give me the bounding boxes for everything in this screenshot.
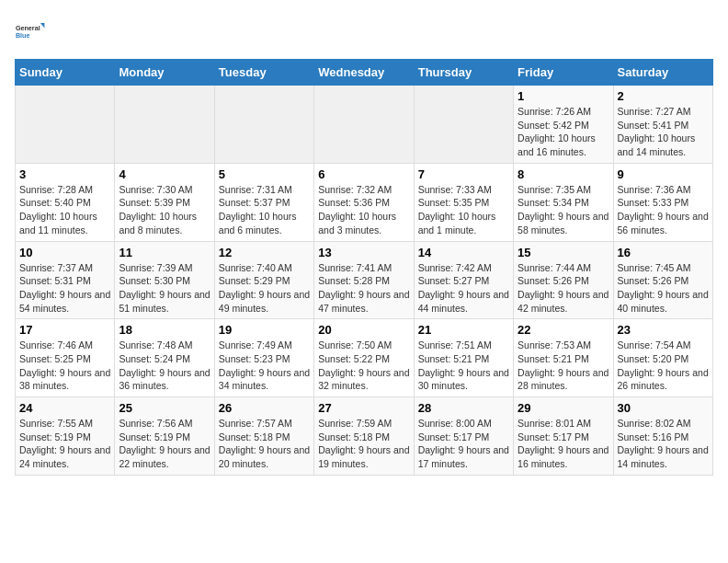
calendar-cell: 1Sunrise: 7:26 AM Sunset: 5:42 PM Daylig… [514,86,613,164]
day-number: 25 [119,401,210,415]
day-info: Sunrise: 7:27 AM Sunset: 5:41 PM Dayligh… [618,105,709,159]
calendar-cell: 15Sunrise: 7:44 AM Sunset: 5:26 PM Dayli… [514,241,613,319]
svg-text:General: General [16,24,40,32]
calendar-cell: 20Sunrise: 7:50 AM Sunset: 5:22 PM Dayli… [314,319,414,397]
calendar-cell: 19Sunrise: 7:49 AM Sunset: 5:23 PM Dayli… [214,319,313,397]
week-row-2: 10Sunrise: 7:37 AM Sunset: 5:31 PM Dayli… [16,241,713,319]
calendar-table: SundayMondayTuesdayWednesdayThursdayFrid… [15,59,713,476]
day-number: 23 [618,323,709,337]
header-tuesday: Tuesday [214,60,313,86]
week-row-3: 17Sunrise: 7:46 AM Sunset: 5:25 PM Dayli… [16,319,713,397]
calendar-cell [16,86,115,164]
day-info: Sunrise: 7:32 AM Sunset: 5:36 PM Dayligh… [318,183,409,237]
day-number: 8 [518,167,609,181]
day-info: Sunrise: 7:45 AM Sunset: 5:26 PM Dayligh… [618,261,709,316]
header-wednesday: Wednesday [314,60,414,86]
day-info: Sunrise: 7:48 AM Sunset: 5:24 PM Dayligh… [119,339,210,393]
header-monday: Monday [115,60,214,86]
day-info: Sunrise: 7:40 AM Sunset: 5:29 PM Dayligh… [219,261,310,316]
calendar-cell: 12Sunrise: 7:40 AM Sunset: 5:29 PM Dayli… [214,241,313,319]
day-info: Sunrise: 7:28 AM Sunset: 5:40 PM Dayligh… [19,183,110,237]
calendar-cell [414,86,513,164]
calendar-cell: 30Sunrise: 8:02 AM Sunset: 5:16 PM Dayli… [613,397,712,476]
day-number: 29 [518,401,609,415]
calendar-cell: 16Sunrise: 7:45 AM Sunset: 5:26 PM Dayli… [613,241,712,319]
day-number: 14 [418,246,509,259]
day-number: 16 [618,246,709,259]
calendar-cell: 18Sunrise: 7:48 AM Sunset: 5:24 PM Dayli… [115,319,214,397]
day-info: Sunrise: 7:50 AM Sunset: 5:22 PM Dayligh… [318,339,409,393]
day-info: Sunrise: 7:57 AM Sunset: 5:18 PM Dayligh… [219,417,310,471]
day-number: 7 [418,167,509,181]
calendar-cell [214,86,313,164]
logo-icon: GeneralBlue [15,15,48,48]
day-number: 20 [318,323,409,337]
header-friday: Friday [514,60,613,86]
calendar-cell: 7Sunrise: 7:33 AM Sunset: 5:35 PM Daylig… [414,163,513,241]
calendar-cell: 26Sunrise: 7:57 AM Sunset: 5:18 PM Dayli… [214,397,313,476]
calendar-cell: 9Sunrise: 7:36 AM Sunset: 5:33 PM Daylig… [613,163,712,241]
day-number: 24 [19,401,110,415]
calendar-cell: 2Sunrise: 7:27 AM Sunset: 5:41 PM Daylig… [613,86,712,164]
logo: GeneralBlue [15,15,48,48]
day-number: 15 [518,246,609,259]
day-number: 26 [219,401,310,415]
day-number: 12 [219,246,310,259]
day-info: Sunrise: 7:44 AM Sunset: 5:26 PM Dayligh… [518,261,609,316]
day-info: Sunrise: 7:31 AM Sunset: 5:37 PM Dayligh… [219,183,310,237]
day-info: Sunrise: 7:56 AM Sunset: 5:19 PM Dayligh… [119,417,210,471]
calendar-cell: 14Sunrise: 7:42 AM Sunset: 5:27 PM Dayli… [414,241,513,319]
calendar-cell: 22Sunrise: 7:53 AM Sunset: 5:21 PM Dayli… [514,319,613,397]
day-number: 5 [219,167,310,181]
day-number: 28 [418,401,509,415]
calendar-header-row: SundayMondayTuesdayWednesdayThursdayFrid… [16,60,713,86]
calendar-cell: 6Sunrise: 7:32 AM Sunset: 5:36 PM Daylig… [314,163,414,241]
day-info: Sunrise: 7:55 AM Sunset: 5:19 PM Dayligh… [19,417,110,471]
day-info: Sunrise: 8:01 AM Sunset: 5:17 PM Dayligh… [518,417,609,471]
calendar-cell: 21Sunrise: 7:51 AM Sunset: 5:21 PM Dayli… [414,319,513,397]
svg-text:Blue: Blue [16,31,30,40]
day-info: Sunrise: 7:36 AM Sunset: 5:33 PM Dayligh… [618,183,709,237]
day-info: Sunrise: 7:53 AM Sunset: 5:21 PM Dayligh… [518,339,609,393]
day-info: Sunrise: 7:26 AM Sunset: 5:42 PM Dayligh… [518,105,609,159]
calendar-cell: 13Sunrise: 7:41 AM Sunset: 5:28 PM Dayli… [314,241,414,319]
calendar-cell: 27Sunrise: 7:59 AM Sunset: 5:18 PM Dayli… [314,397,414,476]
calendar-cell: 11Sunrise: 7:39 AM Sunset: 5:30 PM Dayli… [115,241,214,319]
day-info: Sunrise: 7:49 AM Sunset: 5:23 PM Dayligh… [219,339,310,393]
day-number: 22 [518,323,609,337]
header-saturday: Saturday [613,60,712,86]
day-number: 19 [219,323,310,337]
header-sunday: Sunday [16,60,115,86]
day-info: Sunrise: 7:30 AM Sunset: 5:39 PM Dayligh… [119,183,210,237]
svg-marker-2 [40,23,45,28]
calendar-cell [115,86,214,164]
day-info: Sunrise: 7:54 AM Sunset: 5:20 PM Dayligh… [618,339,709,393]
header-thursday: Thursday [414,60,513,86]
calendar-cell: 5Sunrise: 7:31 AM Sunset: 5:37 PM Daylig… [214,163,313,241]
calendar-cell: 24Sunrise: 7:55 AM Sunset: 5:19 PM Dayli… [16,397,115,476]
calendar-cell: 23Sunrise: 7:54 AM Sunset: 5:20 PM Dayli… [613,319,712,397]
week-row-1: 3Sunrise: 7:28 AM Sunset: 5:40 PM Daylig… [16,163,713,241]
day-info: Sunrise: 7:33 AM Sunset: 5:35 PM Dayligh… [418,183,509,237]
calendar-cell: 28Sunrise: 8:00 AM Sunset: 5:17 PM Dayli… [414,397,513,476]
day-number: 18 [119,323,210,337]
day-number: 21 [418,323,509,337]
day-info: Sunrise: 7:51 AM Sunset: 5:21 PM Dayligh… [418,339,509,393]
calendar-cell: 29Sunrise: 8:01 AM Sunset: 5:17 PM Dayli… [514,397,613,476]
calendar-cell: 10Sunrise: 7:37 AM Sunset: 5:31 PM Dayli… [16,241,115,319]
week-row-0: 1Sunrise: 7:26 AM Sunset: 5:42 PM Daylig… [16,86,713,164]
day-number: 4 [119,167,210,181]
page-header: GeneralBlue [15,15,713,48]
week-row-4: 24Sunrise: 7:55 AM Sunset: 5:19 PM Dayli… [16,397,713,476]
day-info: Sunrise: 7:39 AM Sunset: 5:30 PM Dayligh… [119,261,210,316]
day-info: Sunrise: 7:46 AM Sunset: 5:25 PM Dayligh… [19,339,110,393]
day-number: 3 [19,167,110,181]
day-info: Sunrise: 7:42 AM Sunset: 5:27 PM Dayligh… [418,261,509,316]
day-number: 1 [518,89,609,103]
calendar-cell: 4Sunrise: 7:30 AM Sunset: 5:39 PM Daylig… [115,163,214,241]
day-number: 9 [618,167,709,181]
calendar-cell: 8Sunrise: 7:35 AM Sunset: 5:34 PM Daylig… [514,163,613,241]
day-number: 13 [318,246,409,259]
day-info: Sunrise: 7:37 AM Sunset: 5:31 PM Dayligh… [19,261,110,316]
day-number: 10 [19,246,110,259]
